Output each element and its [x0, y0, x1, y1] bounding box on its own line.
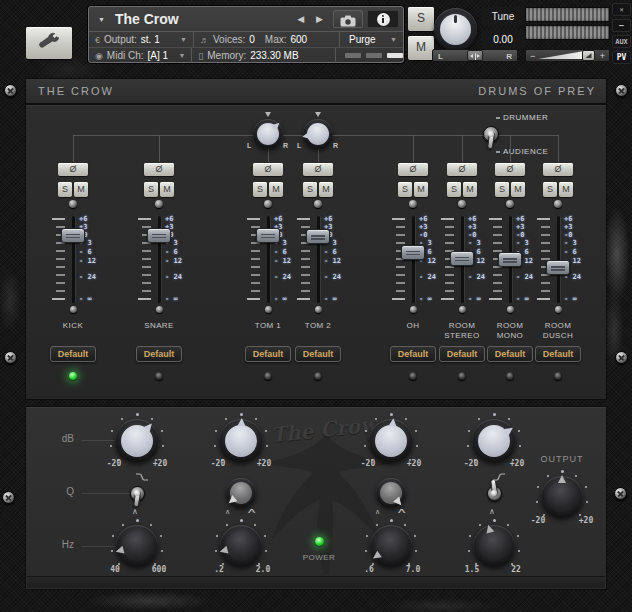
solo-button-oh[interactable]: S [398, 182, 412, 197]
fader-scale-label: +6 [324, 215, 332, 223]
default-button-room-stereo[interactable]: Default [439, 346, 485, 362]
fader-tick [56, 266, 65, 268]
band1-freq-knob-tick-dot [122, 524, 124, 526]
band1-freq-knob[interactable] [116, 525, 158, 567]
mute-button-room-dusch[interactable]: M [559, 182, 573, 197]
band4-gain-knob[interactable] [472, 419, 516, 463]
midi-dropdown-arrow[interactable]: ▼ [178, 52, 185, 59]
solo-button-room-mono[interactable]: S [495, 182, 509, 197]
solo-button-room-dusch[interactable]: S [543, 182, 557, 197]
mute-button-tom-1[interactable]: M [269, 182, 283, 197]
fader-handle-room-mono[interactable] [498, 252, 522, 267]
pv-button[interactable]: PV [612, 51, 631, 64]
channel-led-tom-1[interactable] [264, 372, 272, 380]
close-button[interactable]: ✕ [612, 3, 631, 16]
phase-button-oh[interactable]: Ø [398, 163, 428, 176]
default-button-kick[interactable]: Default [50, 346, 96, 362]
mute-button-room-mono[interactable]: M [511, 182, 525, 197]
output-value[interactable]: st. 1 [141, 34, 160, 45]
purge-button[interactable]: Purge [349, 34, 376, 45]
fader-tick [441, 298, 454, 300]
next-instrument-arrow[interactable]: ▶ [316, 14, 323, 24]
chevron-down-icon[interactable]: ▼ [98, 16, 105, 23]
band2-freq-knob[interactable] [220, 525, 262, 567]
pan-slider[interactable]: L R [432, 49, 518, 62]
band2-q-knob[interactable] [226, 478, 256, 508]
max-voices-value[interactable]: 600 [290, 34, 307, 45]
fader-handle-oh[interactable] [401, 245, 425, 260]
solo-button-snare[interactable]: S [144, 182, 158, 197]
tune-value-box[interactable]: 0.00 [481, 30, 525, 49]
fader-handle-room-stereo[interactable] [450, 251, 474, 266]
volume-slider-handle[interactable] [582, 50, 595, 61]
minimize-button[interactable]: — [612, 19, 631, 32]
channel-led-oh[interactable] [409, 372, 417, 380]
prev-instrument-arrow[interactable]: ◀ [297, 14, 304, 24]
volume-slider[interactable]: − + [525, 49, 610, 62]
fader-handle-tom-1[interactable] [256, 228, 280, 243]
phase-button-room-stereo[interactable]: Ø [447, 163, 477, 176]
fader-tick [56, 290, 65, 292]
phase-button-tom-2[interactable]: Ø [303, 163, 333, 176]
edit-wrench-button[interactable] [26, 27, 72, 59]
output-dropdown-arrow[interactable]: ▼ [180, 36, 187, 43]
channel-led-snare[interactable] [155, 372, 163, 380]
band3-gain-knob-tick-dot [416, 445, 418, 447]
mini-screw [555, 306, 562, 313]
mute-button-room-stereo[interactable]: M [463, 182, 477, 197]
midi-ch-value[interactable]: [A] 1 [148, 50, 169, 61]
solo-button-tom-2[interactable]: S [303, 182, 317, 197]
channel-led-kick[interactable] [69, 372, 77, 380]
pan-slider-handle[interactable] [467, 50, 483, 61]
solo-button-kick[interactable]: S [58, 182, 72, 197]
mute-button-oh[interactable]: M [414, 182, 428, 197]
phase-button-room-mono[interactable]: Ø [495, 163, 525, 176]
fader-handle-kick[interactable] [61, 228, 85, 243]
fader-track-oh[interactable] [412, 216, 415, 303]
default-button-oh[interactable]: Default [390, 346, 436, 362]
fader-scale-label: - 24 [79, 273, 96, 281]
phase-button-tom-1[interactable]: Ø [253, 163, 283, 176]
channel-led-room-dusch[interactable] [554, 372, 562, 380]
output-knob[interactable] [541, 476, 583, 518]
phase-button-room-dusch[interactable]: Ø [543, 163, 573, 176]
band3-gain-knob[interactable] [369, 419, 413, 463]
band4-freq-knob[interactable] [473, 525, 515, 567]
fader-handle-snare[interactable] [147, 228, 171, 243]
fader-handle-room-dusch[interactable] [546, 260, 570, 275]
power-led[interactable] [315, 537, 324, 546]
solo-button-room-stereo[interactable]: S [447, 182, 461, 197]
mute-button-header[interactable]: M [408, 36, 434, 60]
default-button-room-mono[interactable]: Default [487, 346, 533, 362]
info-button[interactable] [367, 10, 399, 28]
aux-button[interactable]: AUX [612, 35, 631, 48]
channel-led-room-mono[interactable] [506, 372, 514, 380]
fader-scale-label: +3 [564, 223, 572, 231]
pan-knob-tom-2[interactable] [303, 119, 333, 149]
pan-knob-tom-1[interactable] [253, 119, 283, 149]
fader-handle-tom-2[interactable] [306, 229, 330, 244]
mute-button-tom-2[interactable]: M [319, 182, 333, 197]
band2-gain-knob[interactable] [219, 419, 263, 463]
mute-button-snare[interactable]: M [160, 182, 174, 197]
default-button-tom-2[interactable]: Default [295, 346, 341, 362]
fader-scale-label: - 6 [564, 248, 577, 256]
default-button-tom-1[interactable]: Default [245, 346, 291, 362]
snapshot-camera-button[interactable] [333, 10, 363, 28]
band1-gain-knob[interactable] [115, 419, 159, 463]
channel-led-room-stereo[interactable] [458, 372, 466, 380]
tune-knob[interactable] [434, 8, 477, 51]
solo-button-header[interactable]: S [408, 7, 434, 31]
default-button-room-dusch[interactable]: Default [535, 346, 581, 362]
default-button-snare[interactable]: Default [136, 346, 182, 362]
output-label: OUTPUT [522, 454, 602, 464]
band3-q-knob[interactable] [376, 478, 406, 508]
purge-dropdown-arrow[interactable]: ▼ [390, 36, 397, 43]
band3-freq-knob[interactable] [370, 525, 412, 567]
phase-button-kick[interactable]: Ø [58, 163, 88, 176]
channel-led-tom-2[interactable] [314, 372, 322, 380]
mute-button-kick[interactable]: M [74, 182, 88, 197]
solo-button-tom-1[interactable]: S [253, 182, 267, 197]
fader-tick [138, 298, 151, 300]
phase-button-snare[interactable]: Ø [144, 163, 174, 176]
